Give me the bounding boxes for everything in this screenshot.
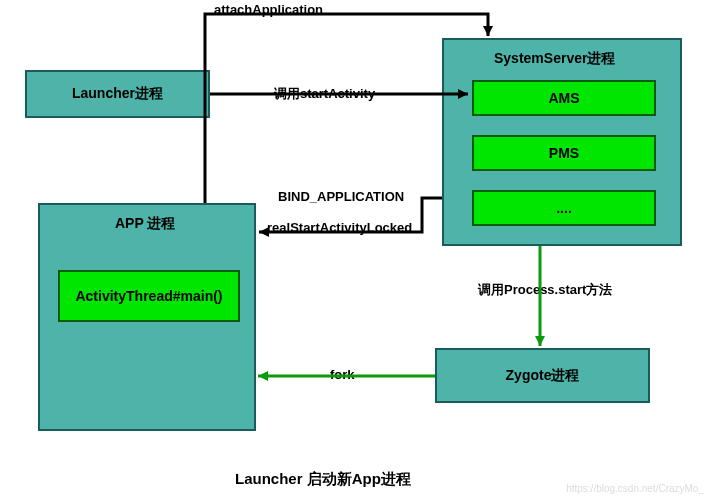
launcher-label: Launcher进程 [72,85,163,103]
bind-application-label: BIND_APPLICATION [278,189,404,204]
watermark: https://blog.csdn.net/CrazyMo_ [566,483,704,494]
launcher-process-box: Launcher进程 [25,70,210,118]
ams-label: AMS [548,90,579,106]
ams-box: AMS [472,80,656,116]
app-process-title: APP 进程 [115,215,175,233]
real-start-label: realStartActivityLocked [267,220,412,235]
system-server-container: SystemServer进程 AMS PMS .... [442,38,682,246]
dots-label: .... [556,200,572,216]
attach-application-label: attachApplication [214,2,323,17]
fork-label: fork [330,367,355,382]
dots-box: .... [472,190,656,226]
pms-box: PMS [472,135,656,171]
pms-label: PMS [549,145,579,161]
diagram-caption: Launcher 启动新App进程 [235,470,411,489]
process-start-label: 调用Process.start方法 [478,281,612,299]
activity-thread-box: ActivityThread#main() [58,270,240,322]
zygote-label: Zygote进程 [506,367,580,385]
system-server-title: SystemServer进程 [494,50,615,68]
activity-thread-label: ActivityThread#main() [75,288,222,304]
start-activity-label: 调用startActivity [274,85,375,103]
app-process-container: APP 进程 ActivityThread#main() [38,203,256,431]
zygote-process-box: Zygote进程 [435,348,650,403]
